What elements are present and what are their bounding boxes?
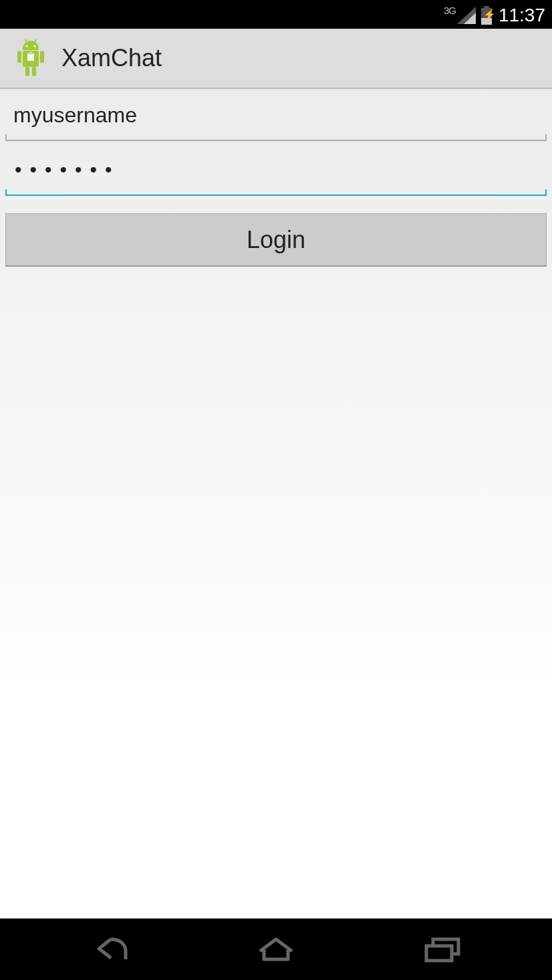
recents-button[interactable] — [409, 929, 476, 969]
username-input[interactable] — [5, 90, 547, 141]
svg-rect-9 — [27, 54, 34, 61]
network-3g-icon: 3G — [444, 5, 456, 16]
recents-icon — [421, 935, 464, 963]
password-input[interactable]: ••••••• — [5, 145, 547, 196]
svg-rect-10 — [426, 946, 452, 961]
password-field-wrap: ••••••• — [5, 145, 547, 196]
back-icon — [87, 935, 132, 963]
navigation-bar — [0, 918, 552, 980]
status-bar: 3G ⚡ 11:37 — [0, 2, 552, 29]
action-bar: XamChat — [0, 29, 552, 89]
username-field-wrap — [5, 90, 547, 141]
home-icon — [253, 935, 299, 963]
svg-rect-3 — [17, 51, 21, 63]
svg-rect-4 — [40, 51, 44, 63]
back-button[interactable] — [76, 929, 143, 969]
clock: 11:37 — [499, 5, 545, 26]
app-title: XamChat — [61, 44, 162, 72]
home-button[interactable] — [243, 929, 309, 969]
battery-icon: ⚡ — [481, 6, 492, 25]
svg-rect-5 — [25, 67, 29, 76]
app-icon — [12, 37, 49, 80]
login-button[interactable]: Login — [5, 213, 547, 267]
login-content: ••••••• Login — [0, 89, 552, 918]
svg-point-8 — [34, 45, 36, 47]
svg-rect-6 — [32, 67, 36, 76]
signal-icon — [456, 7, 476, 24]
svg-point-7 — [26, 45, 28, 47]
